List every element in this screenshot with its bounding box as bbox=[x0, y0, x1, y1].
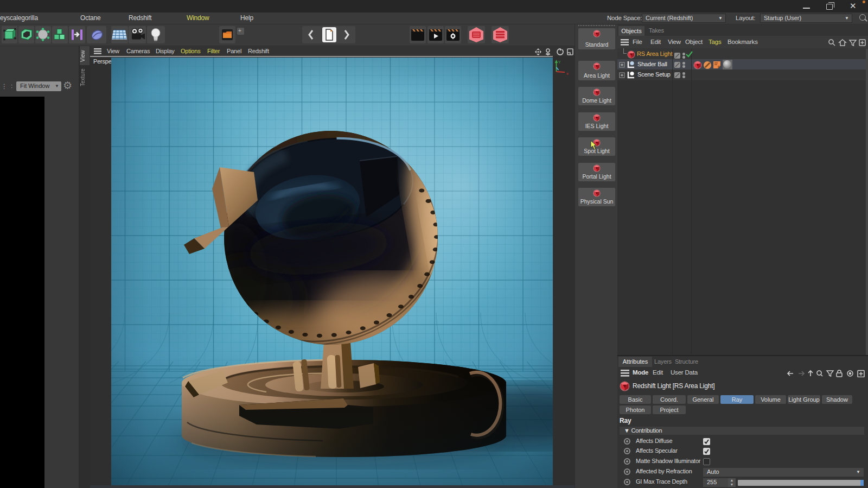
svg-text:x: x bbox=[566, 71, 569, 76]
svg-text:Y: Y bbox=[558, 60, 561, 64]
